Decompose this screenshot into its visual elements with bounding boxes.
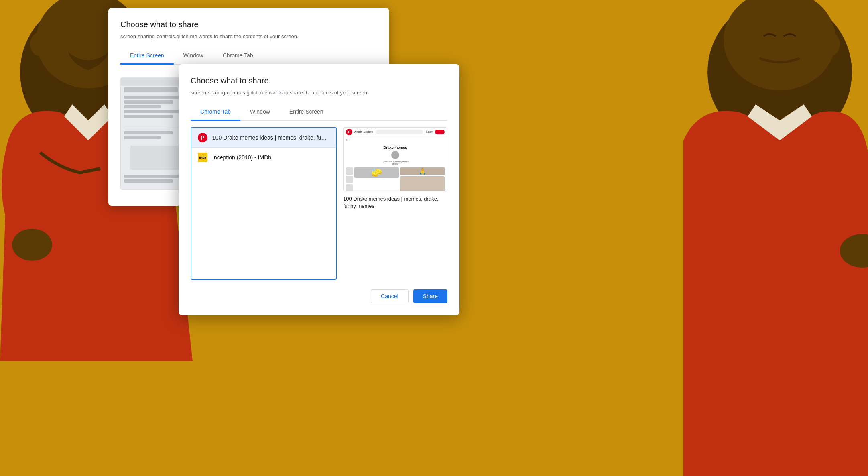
dialog-front-tabs: Chrome Tab Window Entire Screen (191, 104, 447, 121)
cancel-button[interactable]: Cancel (371, 289, 409, 303)
tab-entry-imdb-title: Inception (2010) - IMDb (212, 154, 271, 161)
tab-entry-pinterest-title: 100 Drake memes ideas | memes, drake, fu… (212, 134, 329, 141)
preview-img-spongebob: 🧽 (354, 167, 399, 178)
pinterest-sub-label2: droks (346, 163, 445, 165)
preview-img-small-3 (346, 184, 353, 191)
preview-img-small-2 (346, 176, 353, 183)
dialog-back-tabs: Entire Screen Window Chrome Tab (120, 47, 377, 65)
preview-thumbnail: P Watch Explore Learn ‹ Drake memes Coll… (343, 127, 447, 191)
tab-entry-imdb[interactable]: IMDb Inception (2010) - IMDb (191, 148, 336, 167)
preview-img-extra (400, 176, 445, 191)
preview-tab-title: 100 Drake memes ideas | memes, drake, fu… (343, 195, 447, 210)
pinterest-logo-preview: P (346, 129, 352, 135)
imdb-favicon: IMDb (198, 153, 207, 162)
tab-entire-screen-front[interactable]: Entire Screen (280, 104, 333, 121)
pinterest-btn-preview (435, 130, 445, 134)
share-button[interactable]: Share (413, 289, 447, 303)
dialog-back-title: Choose what to share (120, 20, 377, 29)
tab-entry-pinterest[interactable]: P 100 Drake memes ideas | memes, drake, … (191, 128, 336, 148)
pinterest-page-title: Drake memes (346, 146, 445, 150)
dialog-front: Choose what to share screen-sharing-cont… (179, 64, 459, 315)
preview-img-drake: 🙏 (400, 167, 445, 175)
dialog-front-actions: Cancel Share (191, 289, 447, 303)
tab-entries-list: P 100 Drake memes ideas | memes, drake, … (191, 127, 337, 280)
tab-window-back[interactable]: Window (174, 47, 213, 65)
preview-img-small-1 (346, 167, 353, 175)
dialog-back-subtitle: screen-sharing-controls.glitch.me wants … (120, 33, 377, 39)
tab-chrome-tab-front[interactable]: Chrome Tab (191, 104, 240, 121)
tab-window-front[interactable]: Window (240, 104, 280, 121)
tab-entire-screen-back[interactable]: Entire Screen (120, 47, 174, 65)
pinterest-favicon: P (198, 133, 207, 142)
pinterest-avatar (391, 151, 399, 159)
dialog-front-title: Choose what to share (191, 76, 447, 85)
pinterest-search-preview (376, 130, 423, 134)
tab-chrome-tab-back[interactable]: Chrome Tab (213, 47, 263, 65)
tab-preview-panel: P Watch Explore Learn ‹ Drake memes Coll… (343, 127, 447, 280)
dialog-front-subtitle: screen-sharing-controls.glitch.me wants … (191, 90, 447, 96)
